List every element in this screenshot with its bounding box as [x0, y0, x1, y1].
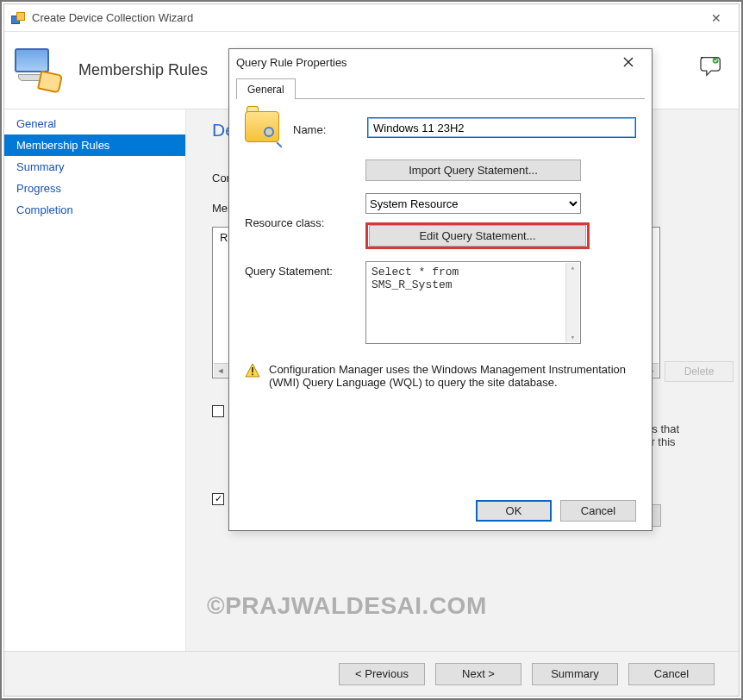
previous-button[interactable]: < Previous [339, 663, 425, 685]
sidebar-item-label: Progress [16, 182, 61, 195]
sidebar-item-label: Membership Rules [16, 139, 109, 152]
close-icon[interactable]: ✕ [697, 6, 735, 30]
name-label: Name: [293, 120, 367, 136]
sidebar-item-label: Summary [16, 160, 65, 173]
svg-rect-1 [252, 367, 253, 372]
name-input[interactable] [367, 117, 636, 138]
sidebar-item-progress[interactable]: Progress [4, 178, 185, 199]
wizard-sidebar: General Membership Rules Summary Progres… [4, 109, 185, 651]
tab-general[interactable]: General [236, 78, 296, 99]
query-rule-properties-dialog: Query Rule Properties General Name: Impo… [228, 48, 652, 531]
resource-class-select[interactable]: System Resource [365, 193, 581, 214]
scroll-left-icon[interactable]: ◄ [214, 364, 228, 377]
query-statement-box[interactable]: Select * from SMS_R_System▴▾ [365, 261, 581, 344]
cancel-button[interactable]: Cancel [560, 500, 636, 522]
sidebar-item-label: General [16, 117, 56, 130]
header-title: Membership Rules [78, 61, 208, 79]
monitor-icon [13, 47, 61, 95]
close-icon[interactable] [612, 53, 645, 72]
query-statement-label: Query Statement: [245, 261, 365, 278]
incremental-checkbox[interactable] [212, 405, 224, 417]
sidebar-item-summary[interactable]: Summary [4, 156, 185, 178]
folder-search-icon [245, 111, 279, 142]
sidebar-item-label: Completion [16, 203, 73, 216]
dialog-title: Query Rule Properties [236, 56, 347, 69]
wizard-title: Create Device Collection Wizard [32, 11, 193, 24]
ok-button[interactable]: OK [476, 500, 552, 522]
svg-point-0 [713, 58, 719, 64]
edit-query-button[interactable]: Edit Query Statement... [369, 225, 586, 247]
sidebar-item-membership-rules[interactable]: Membership Rules [4, 134, 185, 156]
cancel-button[interactable]: Cancel [628, 663, 715, 685]
summary-button[interactable]: Summary [532, 663, 618, 685]
wizard-footer: < Previous Next > Summary Cancel [4, 651, 739, 696]
import-query-button[interactable]: Import Query Statement... [365, 159, 581, 181]
dialog-titlebar: Query Rule Properties [229, 49, 652, 75]
next-button[interactable]: Next > [435, 663, 521, 685]
dialog-footer: OK Cancel [229, 491, 652, 530]
schedule-checkbox[interactable] [212, 493, 224, 505]
sidebar-item-completion[interactable]: Completion [4, 199, 185, 221]
wizard-titlebar: Create Device Collection Wizard ✕ [4, 4, 739, 32]
help-icon[interactable] [699, 56, 725, 80]
edit-query-highlight: Edit Query Statement... [365, 222, 590, 249]
resource-class-label: Resource class: [245, 213, 365, 229]
warn-text: Configuration Manager uses the Windows M… [269, 363, 636, 389]
sidebar-item-general[interactable]: General [4, 113, 185, 134]
delete-button: Delete [665, 361, 734, 382]
warning-icon [245, 363, 260, 378]
svg-rect-2 [252, 373, 253, 375]
app-icon [11, 11, 25, 25]
watermark-text: ©PRAJWALDESAI.COM [207, 592, 487, 620]
v-scrollbar[interactable]: ▴▾ [565, 263, 579, 342]
dialog-tabstrip: General [236, 75, 645, 99]
